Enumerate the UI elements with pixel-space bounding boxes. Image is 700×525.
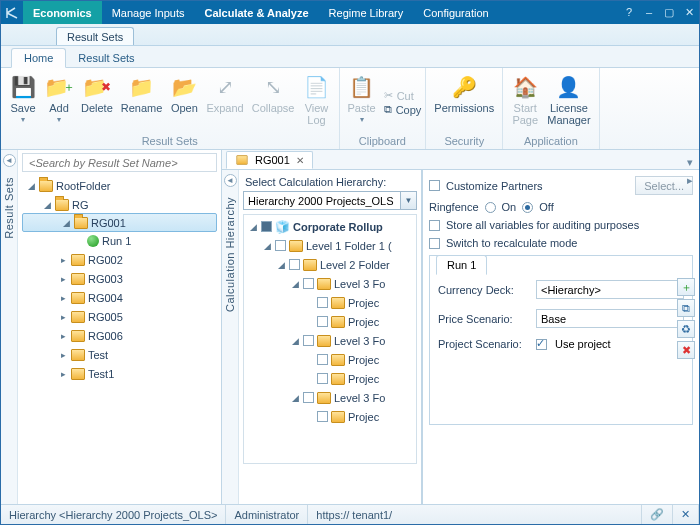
- hierarchy-node[interactable]: Projec: [246, 293, 414, 312]
- tree-node-label: Test1: [88, 368, 114, 380]
- maximize-icon[interactable]: ▢: [659, 1, 679, 24]
- status-close-icon[interactable]: ✕: [673, 505, 699, 524]
- hierarchy-node[interactable]: Projec: [246, 369, 414, 388]
- collapse-left-icon[interactable]: ◄: [3, 154, 16, 167]
- node-checkbox[interactable]: [317, 354, 328, 365]
- tree-node[interactable]: ▸RG004: [20, 288, 219, 307]
- delete-button[interactable]: 📁✖Delete: [77, 70, 117, 135]
- use-project-checkbox[interactable]: [536, 339, 547, 350]
- hierarchy-node[interactable]: ◢Level 3 Fo: [246, 331, 414, 350]
- tab-overflow-icon[interactable]: ▾: [681, 156, 699, 169]
- currency-deck-input[interactable]: [536, 280, 684, 299]
- hierarchy-node-label: Level 3 Fo: [334, 335, 385, 347]
- open-button[interactable]: 📂Open: [166, 70, 202, 135]
- tree-node[interactable]: ▸Test: [20, 345, 219, 364]
- save-button[interactable]: 💾Save: [5, 70, 41, 135]
- sub-tab-result-sets[interactable]: Result Sets: [56, 27, 134, 45]
- recalculate-checkbox[interactable]: [429, 238, 440, 249]
- node-checkbox[interactable]: [317, 297, 328, 308]
- close-tab-icon[interactable]: ✕: [296, 155, 304, 166]
- tree-node[interactable]: ▸RG002: [20, 250, 219, 269]
- folder-icon: [71, 330, 85, 342]
- tree-node[interactable]: ▸RG003: [20, 269, 219, 288]
- copy-run-icon[interactable]: ⧉: [677, 299, 695, 317]
- node-checkbox[interactable]: [317, 316, 328, 327]
- tree-node[interactable]: ◢RootFolder: [20, 176, 219, 195]
- chevron-down-icon[interactable]: ▼: [401, 191, 417, 210]
- calc-hierarchy-panel: ◄ Calculation Hierarchy Select Calculati…: [222, 170, 422, 504]
- node-checkbox[interactable]: [317, 411, 328, 422]
- tree-node[interactable]: ▸Test1: [20, 364, 219, 383]
- tree-node[interactable]: ▸RG006: [20, 326, 219, 345]
- hierarchy-node[interactable]: Projec: [246, 407, 414, 426]
- node-checkbox[interactable]: [261, 221, 272, 232]
- hierarchy-node[interactable]: ◢Level 2 Folder: [246, 255, 414, 274]
- node-checkbox[interactable]: [275, 240, 286, 251]
- rename-button[interactable]: 📁Rename: [117, 70, 167, 135]
- document-tab-bar: RG001 ✕ ▾: [222, 150, 699, 170]
- menu-regime-library[interactable]: Regime Library: [319, 1, 414, 24]
- tree-node[interactable]: ◢RG001: [22, 213, 217, 232]
- rollup-icon: 🧊: [275, 220, 290, 234]
- hierarchy-combo[interactable]: [243, 191, 401, 210]
- collapse-calc-icon[interactable]: ◄: [224, 174, 237, 187]
- side-action-buttons: ＋ ⧉ ♻ ✖: [677, 278, 695, 359]
- hierarchy-node[interactable]: ◢Level 1 Folder 1 (: [246, 236, 414, 255]
- expand-right-icon[interactable]: ▸: [687, 174, 693, 187]
- tree-node-label: RG: [72, 199, 89, 211]
- tree-node[interactable]: ▸RG005: [20, 307, 219, 326]
- group-label-security: Security: [430, 135, 498, 149]
- tree-node-label: RG006: [88, 330, 123, 342]
- add-button[interactable]: 📁＋Add: [41, 70, 77, 135]
- hierarchy-node[interactable]: Projec: [246, 350, 414, 369]
- hierarchy-node[interactable]: ◢🧊Corporate Rollup: [246, 217, 414, 236]
- close-icon[interactable]: ✕: [679, 1, 699, 24]
- menu-manage-inputs[interactable]: Manage Inputs: [102, 1, 195, 24]
- tree-node-label: RG004: [88, 292, 123, 304]
- node-checkbox[interactable]: [317, 373, 328, 384]
- node-checkbox[interactable]: [303, 335, 314, 346]
- permissions-button[interactable]: 🔑Permissions: [430, 70, 498, 135]
- node-checkbox[interactable]: [303, 392, 314, 403]
- recycle-run-icon[interactable]: ♻: [677, 320, 695, 338]
- hierarchy-tree[interactable]: ◢🧊Corporate Rollup◢Level 1 Folder 1 (◢Le…: [243, 214, 417, 464]
- folder-icon: [71, 292, 85, 304]
- minimize-icon[interactable]: –: [639, 1, 659, 24]
- search-input[interactable]: [22, 153, 217, 172]
- ringfence-label: Ringfence: [429, 201, 479, 213]
- folder-icon: [74, 217, 88, 229]
- menu-configuration[interactable]: Configuration: [413, 1, 498, 24]
- price-scenario-input[interactable]: [536, 309, 684, 328]
- hierarchy-node[interactable]: ◢Level 3 Fo: [246, 388, 414, 407]
- tab-home[interactable]: Home: [11, 48, 66, 68]
- hierarchy-node[interactable]: Projec: [246, 312, 414, 331]
- customize-partners-checkbox[interactable]: [429, 180, 440, 191]
- start-page-button: 🏠Start Page: [507, 70, 543, 135]
- sub-tab-row: Result Sets: [1, 24, 699, 46]
- hierarchy-node-label: Level 2 Folder: [320, 259, 390, 271]
- add-run-icon[interactable]: ＋: [677, 278, 695, 296]
- run-tab[interactable]: Run 1: [436, 255, 487, 275]
- node-checkbox[interactable]: [303, 278, 314, 289]
- tree-node[interactable]: ◢RG: [20, 195, 219, 214]
- node-checkbox[interactable]: [289, 259, 300, 270]
- copy-button[interactable]: ⧉Copy: [384, 103, 422, 116]
- tab-result-sets[interactable]: Result Sets: [66, 49, 146, 67]
- hierarchy-node[interactable]: ◢Level 3 Fo: [246, 274, 414, 293]
- folder-icon: [39, 180, 53, 192]
- license-manager-button[interactable]: 👤License Manager: [543, 70, 594, 135]
- help-icon[interactable]: ?: [619, 1, 639, 24]
- document-tab[interactable]: RG001 ✕: [226, 151, 313, 169]
- result-set-tree[interactable]: ◢RootFolder◢RG◢RG001Run 1▸RG002▸RG003▸RG…: [18, 172, 221, 504]
- ringfence-off-radio[interactable]: [522, 202, 533, 213]
- folder-icon: [331, 297, 345, 309]
- store-variables-checkbox[interactable]: [429, 220, 440, 231]
- status-bar: Hierarchy <Hierarchy 2000 Projects_OLS> …: [1, 504, 699, 524]
- delete-run-icon[interactable]: ✖: [677, 341, 695, 359]
- expand-button: ⤢Expand: [202, 70, 247, 135]
- menu-economics[interactable]: Economics: [23, 1, 102, 24]
- project-label: Project Scenario:: [438, 338, 528, 350]
- ringfence-on-radio[interactable]: [485, 202, 496, 213]
- tree-node[interactable]: Run 1: [20, 231, 219, 250]
- menu-calculate-analyze[interactable]: Calculate & Analyze: [194, 1, 318, 24]
